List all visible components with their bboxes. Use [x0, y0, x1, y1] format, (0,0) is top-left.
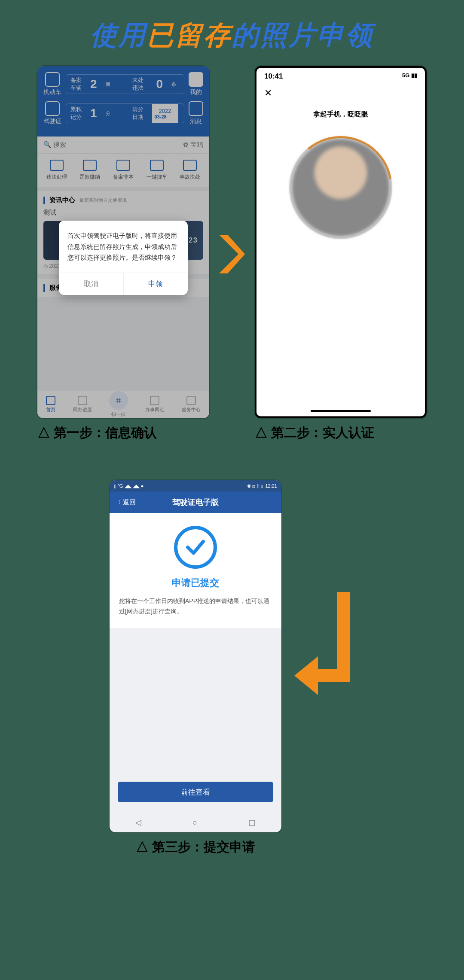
screenshot-step2: 10:415G ▮▮ ✕ 拿起手机，眨眨眼 [255, 66, 427, 418]
success-check-icon [174, 526, 217, 569]
caption-step1: △ 第一步：信息确认 [37, 424, 209, 442]
submitted-desc: 您将在一个工作日内收到APP推送的申请结果，也可以通过[网办进度]进行查询。 [119, 596, 272, 617]
page-title: 使用已留存的照片申领 [17, 17, 447, 53]
cancel-button[interactable]: 取消 [59, 273, 124, 295]
arrow-right-icon [217, 233, 247, 276]
back-button[interactable]: 〈 返回 [115, 498, 136, 507]
screenshot-step3: ▯ ⁵G ◢◣ ◢◣ ●❀ ⧈ ᛒ ▯ 12:21 〈 返回 驾驶证电子版 申请… [110, 480, 281, 832]
caption-step3: △ 第三步：提交申请 [110, 838, 281, 856]
caption-step2: △ 第二步：实人认证 [255, 424, 427, 442]
face-capture-circle [289, 136, 392, 239]
page-header: 驾驶证电子版 [172, 497, 219, 507]
close-icon[interactable]: ✕ [256, 85, 425, 101]
screenshot-step1: 机动车 备案 车辆 2辆 未处违法 0条 我的 驾驶证 [37, 66, 209, 418]
face-prompt: 拿起手机，眨眨眼 [256, 110, 425, 119]
arrow-down-left-icon [294, 592, 354, 705]
confirm-dialog: 首次申领驾驶证电子版时，将直接使用信息系统已留存照片生成，申领成功后您可以选择更… [59, 221, 188, 295]
apply-button[interactable]: 申领 [124, 273, 188, 295]
android-nav: ◁○▢ [110, 813, 281, 832]
submitted-title: 申请已提交 [119, 576, 272, 589]
dialog-message: 首次申领驾驶证电子版时，将直接使用信息系统已留存照片生成，申领成功后您可以选择更… [59, 221, 188, 273]
go-view-button[interactable]: 前往查看 [118, 782, 273, 802]
